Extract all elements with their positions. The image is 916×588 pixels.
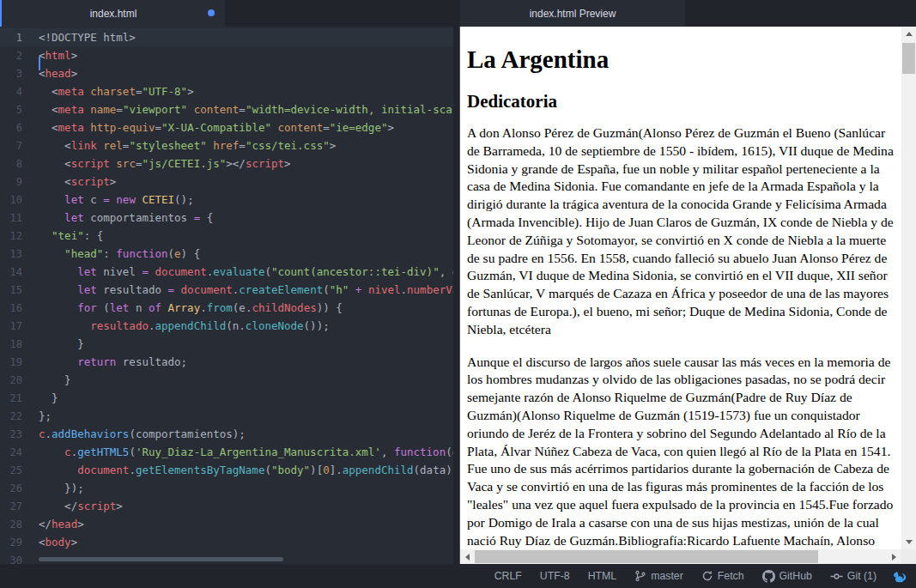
code-text: for (let n of Array.from(e.childNodes)) … xyxy=(39,301,460,314)
scroll-up-button[interactable] xyxy=(901,27,916,41)
status-bar: CRLF UTF-8 HTML master Fetch GitHub xyxy=(0,564,916,588)
git-fetch-button[interactable]: Fetch xyxy=(701,570,744,582)
line-number: 12 xyxy=(0,230,39,242)
code-line[interactable]: 27 </script> xyxy=(0,497,460,515)
code-text: <link rel="stylesheet" href="css/tei.css… xyxy=(39,139,460,152)
code-editor[interactable]: 1<!DOCTYPE html>2<html>3<head>4 <meta ch… xyxy=(0,27,460,564)
code-line[interactable]: 2<html> xyxy=(0,46,460,64)
arrow-up-icon xyxy=(906,32,913,36)
line-number: 20 xyxy=(0,374,39,386)
tab-label: index.html Preview xyxy=(530,8,616,20)
code-line[interactable]: 6 <meta http-equiv="X-UA-Compatible" con… xyxy=(0,118,460,136)
modified-dot-icon[interactable] xyxy=(208,9,215,16)
preview-tab-bar: index.html Preview xyxy=(460,0,916,27)
preview-horizontal-scrollbar[interactable] xyxy=(460,549,901,564)
code-text: </head> xyxy=(39,518,460,530)
line-number: 19 xyxy=(0,356,39,368)
code-line[interactable]: 4 <meta charset="UTF-8"> xyxy=(0,82,460,100)
code-line[interactable]: 3<head> xyxy=(0,64,460,82)
code-text: let nivel = document.evaluate("count(anc… xyxy=(39,265,460,278)
editor-horizontal-scrollbar[interactable] xyxy=(39,557,283,561)
line-number: 2 xyxy=(0,50,39,62)
scroll-left-button[interactable] xyxy=(460,549,475,564)
code-line[interactable]: 25 document.getElementsByTagName("body")… xyxy=(0,461,460,479)
code-line[interactable]: 8 <script src="js/CETEI.js"></script> xyxy=(0,155,460,173)
git-branch-indicator[interactable]: master xyxy=(634,570,683,582)
vertical-scroll-thumb[interactable] xyxy=(902,43,915,74)
code-line[interactable]: 15 let resultado = document.createElemen… xyxy=(0,281,460,299)
line-number: 11 xyxy=(0,212,39,224)
tab-index-html[interactable]: index.html xyxy=(2,0,225,27)
language-indicator[interactable]: HTML xyxy=(588,570,616,582)
code-text: <script src="js/CETEI.js"></script> xyxy=(39,157,460,170)
horizontal-scroll-thumb[interactable] xyxy=(475,550,818,563)
code-text: <head> xyxy=(39,67,460,80)
code-text: } xyxy=(39,391,460,404)
line-number: 14 xyxy=(0,266,39,278)
code-line[interactable]: 7 <link rel="stylesheet" href="css/tei.c… xyxy=(0,136,460,155)
code-line[interactable]: 21 } xyxy=(0,389,460,407)
code-line[interactable]: 22}; xyxy=(0,407,460,425)
scrollbar-corner xyxy=(901,549,916,564)
github-button[interactable]: GitHub xyxy=(762,570,812,583)
encoding-indicator[interactable]: UTF-8 xyxy=(540,570,570,582)
preview-pane: index.html Preview La Argentina Dedicato… xyxy=(460,0,916,564)
code-text: c.getHTML5('Ruy_Diaz-La_Argentina_Manusc… xyxy=(39,446,460,458)
line-number: 7 xyxy=(0,140,39,152)
line-number: 23 xyxy=(0,428,39,440)
code-line[interactable]: 24 c.getHTML5('Ruy_Diaz-La_Argentina_Man… xyxy=(0,443,460,461)
code-text: "head": function(e) { xyxy=(39,247,460,260)
code-text: let resultado = document.createElement("… xyxy=(39,283,460,296)
preview-paragraph: A don Alonso Pérez de Guzmán(Alonso Pére… xyxy=(467,124,895,339)
line-number: 22 xyxy=(0,410,39,422)
git-commit-icon xyxy=(830,570,843,583)
code-line[interactable]: 16 for (let n of Array.from(e.childNodes… xyxy=(0,299,460,317)
line-number: 3 xyxy=(0,68,39,80)
code-text: } xyxy=(39,373,460,386)
scroll-down-button[interactable] xyxy=(901,535,916,549)
line-number: 21 xyxy=(0,392,39,404)
code-line[interactable]: 19 return resultado; xyxy=(0,353,460,371)
code-line[interactable]: 28</head> xyxy=(0,515,460,533)
code-line[interactable]: 17 resultado.appendChild(n.cloneNode()); xyxy=(0,317,460,335)
code-line[interactable]: 11 let comportamientos = { xyxy=(0,209,460,227)
preview-content: La Argentina Dedicatoria A don Alonso Pé… xyxy=(460,27,901,549)
line-number: 15 xyxy=(0,284,39,296)
code-text: c.addBehaviors(comportamientos); xyxy=(39,427,460,440)
editor-scrollbar-track[interactable] xyxy=(453,27,460,564)
code-line[interactable]: 26 }); xyxy=(0,479,460,497)
code-line[interactable]: 23c.addBehaviors(comportamientos); xyxy=(0,425,460,443)
squirrel-icon xyxy=(892,569,907,584)
code-line[interactable]: 18 } xyxy=(0,335,460,353)
code-line[interactable]: 14 let nivel = document.evaluate("count(… xyxy=(0,263,460,281)
git-changes-indicator[interactable]: Git (1) xyxy=(830,570,877,583)
code-text: <!DOCTYPE html> xyxy=(39,31,460,44)
line-ending-indicator[interactable]: CRLF xyxy=(494,570,522,582)
code-line[interactable]: 10 let c = new CETEI(); xyxy=(0,191,460,209)
preview-title: La Argentina xyxy=(467,45,895,74)
code-text: resultado.appendChild(n.cloneNode()); xyxy=(39,319,460,332)
tab-index-html-preview[interactable]: index.html Preview xyxy=(460,0,685,27)
code-line[interactable]: 13 "head": function(e) { xyxy=(0,245,460,263)
code-text: <meta charset="UTF-8"> xyxy=(39,85,460,98)
code-line[interactable]: 20 } xyxy=(0,371,460,389)
html-preview: La Argentina Dedicatoria A don Alonso Pé… xyxy=(460,27,916,564)
code-line[interactable]: 1<!DOCTYPE html> xyxy=(0,28,460,46)
line-number: 28 xyxy=(0,518,39,530)
code-line[interactable]: 29<body> xyxy=(0,533,460,551)
line-number: 18 xyxy=(0,338,39,350)
code-text: document.getElementsByTagName("body")[0]… xyxy=(39,464,460,476)
code-text: let comportamientos = { xyxy=(39,211,460,224)
code-line[interactable]: 5 <meta name="viewport" content="width=d… xyxy=(0,100,460,118)
code-line[interactable]: 12 "tei": { xyxy=(0,227,460,245)
editor-tab-bar: index.html xyxy=(0,0,460,27)
scroll-right-button[interactable] xyxy=(887,549,901,564)
squirrel-package-button[interactable] xyxy=(892,569,907,584)
code-text: "tei": { xyxy=(39,229,460,242)
code-line[interactable]: 9 <script> xyxy=(0,173,460,191)
tab-label: index.html xyxy=(90,8,137,20)
line-number: 27 xyxy=(0,500,39,512)
line-number: 26 xyxy=(0,482,39,494)
preview-vertical-scrollbar[interactable] xyxy=(901,27,916,549)
line-number: 4 xyxy=(0,86,39,98)
